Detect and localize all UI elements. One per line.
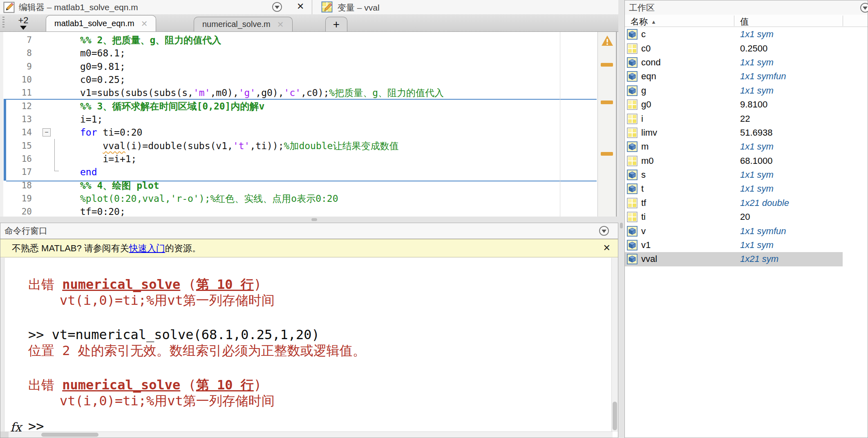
warning-marker[interactable] [601, 152, 613, 156]
code-line[interactable]: 9g0=9.81; [3, 60, 596, 73]
workspace-row[interactable]: limv51.6938 [625, 126, 868, 140]
line-number[interactable]: 18 [3, 179, 36, 192]
workspace-menu-chevron-icon[interactable] [860, 3, 868, 13]
workspace-row[interactable]: m068.1000 [625, 154, 868, 168]
warning-marker[interactable] [601, 101, 613, 104]
fx-button[interactable]: fx [10, 419, 22, 432]
editor-menu-chevron-icon[interactable] [272, 2, 282, 12]
command-vertical-scrollbar[interactable] [611, 258, 618, 432]
quick-start-link[interactable]: 快速入门 [129, 243, 165, 253]
editor-close-icon[interactable]: ✕ [297, 2, 304, 11]
command-window-menu-chevron-icon[interactable] [599, 226, 609, 236]
workspace-row[interactable]: ti20 [625, 210, 868, 224]
error-line-ref-link[interactable]: 第 10 行 [196, 277, 254, 292]
splitter-handle[interactable] [311, 218, 317, 221]
code-text[interactable]: v1=subs(subs(subs(s,'m',m0),'g',g0),'c',… [80, 86, 444, 99]
line-number[interactable]: 10 [3, 73, 36, 86]
horizontal-splitter[interactable] [0, 217, 618, 223]
editor-tab[interactable]: numerical_solve.m✕ [194, 17, 293, 31]
code-text[interactable]: end [80, 165, 97, 179]
workspace-row[interactable]: g1x1 sym [625, 84, 868, 98]
line-number[interactable]: 14 [3, 126, 36, 139]
code-line[interactable]: 11v1=subs(subs(subs(s,'m',m0),'g',g0),'c… [3, 86, 596, 99]
code-line[interactable]: 14−for ti=0:20 [3, 126, 596, 139]
column-resize-handle[interactable] [843, 16, 843, 26]
code-line[interactable]: 19%plot(0:20,vval,'r-o');%红色、实线、点用o表示0:2… [3, 192, 596, 205]
scrollbar-thumb[interactable] [613, 402, 617, 430]
workspace-row[interactable]: c1x1 sym [625, 27, 868, 41]
name-column-header[interactable]: 名称 ▲ [631, 16, 656, 27]
code-text[interactable]: c0=0.25; [80, 73, 125, 86]
code-text[interactable]: g0=9.81; [80, 60, 125, 73]
editor-tab[interactable]: matlab1_solve_eqn.m✕ [46, 15, 156, 31]
vertical-splitter[interactable] [618, 0, 624, 438]
code-text[interactable]: %plot(0:20,vval,'r-o');%红色、实线、点用o表示0:20 [80, 192, 338, 205]
workspace-row[interactable]: g09.8100 [625, 98, 868, 112]
tab-close-icon[interactable]: ✕ [277, 20, 284, 29]
code-text[interactable]: %% 2、把质量、g、阻力的值代入 [80, 34, 221, 47]
code-text[interactable]: i=i+1; [80, 152, 136, 165]
workspace-row[interactable]: eqn1x1 symfun [625, 69, 868, 83]
error-line-ref-link[interactable]: 第 10 行 [196, 377, 254, 393]
error-file-link[interactable]: numerical_solve [62, 277, 180, 292]
line-number[interactable]: 11 [3, 86, 36, 99]
column-resize-handle[interactable] [734, 16, 734, 26]
tabbar-grip-handle[interactable] [2, 17, 4, 29]
warning-marker[interactable] [601, 63, 613, 67]
value-column-header[interactable]: 值 [740, 16, 749, 27]
line-number[interactable]: 16 [3, 152, 36, 165]
code-text[interactable]: for ti=0:20 [80, 126, 142, 139]
splitter-handle[interactable] [620, 223, 623, 228]
workspace-row[interactable]: t1x1 sym [625, 182, 868, 196]
code-line[interactable]: 7%% 2、把质量、g、阻力的值代入 [3, 34, 596, 47]
command-output-area[interactable]: 出错 numerical_solve (第 10 行) vt(i,0)=ti;%… [0, 258, 613, 432]
code-text[interactable]: tf=0:20; [80, 205, 125, 217]
editor-code-area[interactable]: 7%% 2、把质量、g、阻力的值代入8m0=68.1;9g0=9.81;10c0… [0, 32, 617, 217]
message-indicator-strip[interactable] [597, 32, 616, 217]
code-text[interactable]: vval(i)=double(subs(v1,'t',ti));%加double… [80, 139, 398, 152]
code-text[interactable]: %% 4、绘图 plot [80, 179, 159, 192]
line-number[interactable]: 13 [3, 113, 36, 126]
code-line[interactable]: 17end [3, 165, 596, 179]
line-number[interactable]: 8 [3, 47, 36, 60]
error-file-link[interactable]: numerical_solve [62, 377, 180, 393]
line-number[interactable]: 7 [3, 34, 36, 47]
code-line[interactable]: 12%% 3、循环求解在时间区域[0,20]内的解v [3, 100, 596, 113]
line-number[interactable]: 20 [3, 205, 36, 217]
line-number[interactable]: 19 [3, 192, 36, 205]
workspace-row[interactable]: vval1x21 sym [625, 252, 868, 266]
tab-overflow-button[interactable]: +2 [9, 15, 38, 30]
banner-close-icon[interactable]: ✕ [603, 244, 611, 253]
code-text[interactable]: %% 3、循环求解在时间区域[0,20]内的解v [80, 100, 264, 113]
workspace-row[interactable]: m1x1 sym [625, 140, 868, 154]
workspace-row[interactable]: tf1x21 double [625, 196, 868, 210]
code-text[interactable]: m0=68.1; [80, 47, 125, 60]
code-line[interactable]: 13i=1; [3, 113, 596, 126]
command-prompt[interactable]: >> [28, 418, 44, 432]
code-line[interactable]: 15 vval(i)=double(subs(v1,'t',ti));%加dou… [3, 139, 596, 152]
line-number[interactable]: 12 [3, 100, 36, 113]
code-line[interactable]: 8m0=68.1; [3, 47, 596, 60]
workspace-row[interactable]: s1x1 sym [625, 168, 868, 182]
line-number[interactable]: 9 [3, 60, 36, 73]
breakpoint-alley[interactable] [0, 32, 3, 217]
line-number[interactable]: 17 [3, 165, 36, 179]
code-line[interactable]: 10c0=0.25; [3, 73, 596, 86]
workspace-row[interactable]: c00.2500 [625, 41, 868, 55]
line-number[interactable]: 15 [3, 139, 36, 152]
new-tab-button[interactable]: + [325, 17, 347, 31]
fold-toggle-icon[interactable]: − [43, 128, 51, 136]
workspace-row[interactable]: cond1x1 sym [625, 56, 868, 69]
code-line[interactable]: 16 i=i+1; [3, 152, 596, 165]
workspace-row[interactable]: v11x1 sym [625, 238, 868, 252]
workspace-row[interactable]: v1x1 symfun [625, 224, 868, 238]
code-text[interactable]: i=1; [80, 113, 103, 126]
command-horizontal-scrollbar[interactable] [0, 431, 613, 438]
scrollbar-thumb[interactable] [41, 433, 98, 437]
prompt-row[interactable]: fx>> [0, 418, 613, 432]
warning-triangle-icon[interactable] [601, 35, 613, 47]
workspace-row[interactable]: i22 [625, 112, 868, 125]
tab-close-icon[interactable]: ✕ [141, 19, 148, 29]
code-line[interactable]: 18%% 4、绘图 plot [3, 179, 596, 192]
code-line[interactable]: 20tf=0:20; [3, 205, 596, 217]
